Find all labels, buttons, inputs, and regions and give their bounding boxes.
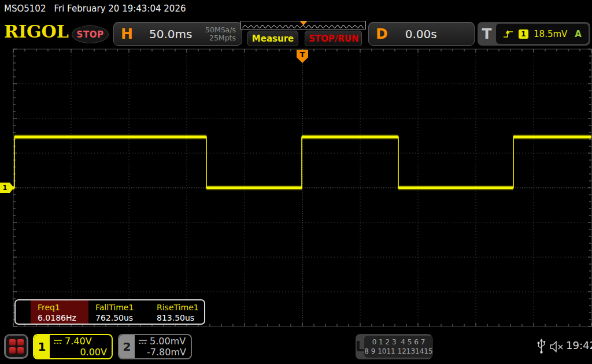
channel2-offset: -7.80mV <box>138 347 186 358</box>
clock-label: 19:42 <box>566 339 592 351</box>
timebase-value: 50.0ms <box>149 27 192 41</box>
model-label: MSO5102 <box>4 3 46 14</box>
measurement-freq1[interactable]: Freq1 6.0186Hz <box>31 300 88 324</box>
measurement-label: Freq1 <box>38 302 86 313</box>
trigger-position-indicator-icon <box>300 21 307 25</box>
trigger-info: 1 18.5mV A <box>496 24 589 44</box>
measurement-label: RiseTime1 <box>157 302 199 313</box>
waveform-display-area: T 1 Freq1 6.0186Hz FallTime1 762.50us Ri… <box>0 47 592 329</box>
trigger-level-value: 18.5mV <box>534 29 567 39</box>
horizontal-settings[interactable]: H 50.0ms 50MSa/s 25Mpts <box>113 22 242 46</box>
channel2-scale: 5.00mV <box>150 336 186 347</box>
trigger-source-badge: 1 <box>519 29 528 39</box>
trigger-label: T <box>478 22 496 46</box>
trigger-sweep-auto-label: A <box>575 29 582 39</box>
channel1-scale: 7.40V <box>65 336 92 347</box>
run-state-badge: STOP <box>72 25 109 43</box>
rising-edge-trigger-icon <box>503 29 513 39</box>
measurement-risetime1[interactable]: RiseTime1 813.50us <box>153 300 201 324</box>
logic-analyzer-tab: L <box>356 334 364 359</box>
delay-value: 0.00s <box>405 27 437 41</box>
measurement-label: FallTime1 <box>95 302 151 313</box>
channel2-status-box[interactable]: 2 5.00mV -7.80mV <box>118 334 192 359</box>
channel1-tab: 1 <box>34 335 50 358</box>
sample-rate: 50MSa/s <box>205 26 236 34</box>
logic-channels-row1: 0 1 2 3 4 5 6 7 <box>372 337 426 347</box>
logic-channels-box[interactable]: L 0 1 2 3 4 5 6 7 8 9 1011 12131415 <box>356 334 432 359</box>
channel2-tab: 2 <box>119 335 135 358</box>
rigol-logo: RIGOL <box>4 21 69 42</box>
channel1-offset: 0.00V <box>53 347 107 358</box>
measurements-panel: Freq1 6.0186Hz FallTime1 762.50us RiseTi… <box>14 299 205 325</box>
logic-channels-row2: 8 9 1011 12131415 <box>364 347 432 356</box>
datetime-label: Fri February 20 19:43:04 2026 <box>54 3 186 14</box>
grid-menu-button[interactable] <box>4 334 28 359</box>
usb-icon <box>537 339 546 354</box>
delay-label: D <box>376 25 388 42</box>
measure-button[interactable]: Measure <box>247 31 298 46</box>
measurement-value: 813.50us <box>157 313 199 323</box>
measurement-value: 6.0186Hz <box>38 313 86 323</box>
stop-run-button[interactable]: STOP/RUN <box>305 31 362 46</box>
delay-settings[interactable]: D 0.00s <box>368 22 475 46</box>
bottom-status-bar: 1 7.40V 0.00V 2 5.00mV -7.80mV <box>0 329 592 364</box>
dc-coupling-icon <box>138 338 147 345</box>
trigger-settings[interactable]: T 1 18.5mV A <box>478 22 590 46</box>
measurement-value: 762.50us <box>95 313 151 323</box>
memory-depth: 25Mpts <box>205 34 236 42</box>
dc-coupling-icon <box>53 338 62 345</box>
grid-menu-icon <box>9 339 16 346</box>
speaker-muted-icon <box>549 341 564 352</box>
channel1-status-box[interactable]: 1 7.40V 0.00V <box>33 334 113 359</box>
acquisition-info: 50MSa/s 25Mpts <box>205 26 236 42</box>
header-toolbar: RIGOL STOP H 50.0ms 50MSa/s 25Mpts Measu… <box>0 17 592 47</box>
horizontal-label: H <box>121 25 133 42</box>
waveform-position-bar[interactable] <box>240 21 366 29</box>
top-status-bar: MSO5102 Fri February 20 19:43:04 2026 <box>0 0 592 17</box>
measurement-falltime1[interactable]: FallTime1 762.50us <box>92 300 153 324</box>
graticule-and-waveform <box>0 47 592 329</box>
